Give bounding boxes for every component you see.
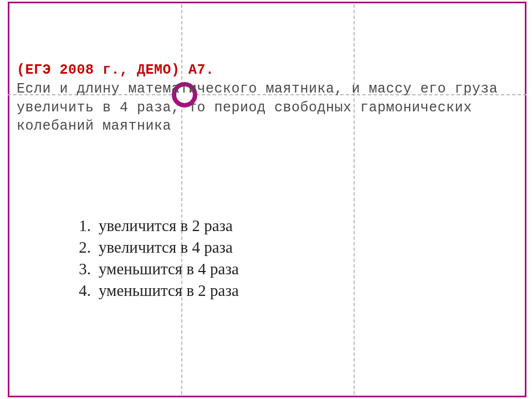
slide: (ЕГЭ 2008 г., ДЕМО) А7. Если и длину мат…: [0, 0, 532, 399]
question-source: (ЕГЭ 2008 г., ДЕМО) А7.: [17, 62, 214, 78]
answer-item: 1. увеличится в 2 раза: [65, 215, 239, 237]
answer-number: 1.: [65, 215, 99, 237]
answer-item: 2. увеличится в 4 раза: [65, 237, 239, 258]
answer-number: 4.: [65, 280, 99, 301]
answer-text: увеличится в 2 раза: [99, 215, 233, 237]
question-text: Если и длину математического маятника, и…: [17, 81, 498, 135]
question-heading: (ЕГЭ 2008 г., ДЕМО) А7. Если и длину мат…: [17, 61, 519, 136]
answer-item: 4. уменьшится в 2 раза: [65, 280, 239, 301]
answer-number: 2.: [65, 237, 99, 258]
answer-number: 3.: [65, 258, 99, 280]
answer-text: уменьшится в 4 раза: [99, 258, 239, 280]
answer-item: 3. уменьшится в 4 раза: [65, 258, 239, 280]
answer-list: 1. увеличится в 2 раза 2. увеличится в 4…: [65, 215, 239, 302]
answer-text: уменьшится в 2 раза: [99, 280, 239, 301]
answer-text: увеличится в 4 раза: [99, 237, 233, 258]
